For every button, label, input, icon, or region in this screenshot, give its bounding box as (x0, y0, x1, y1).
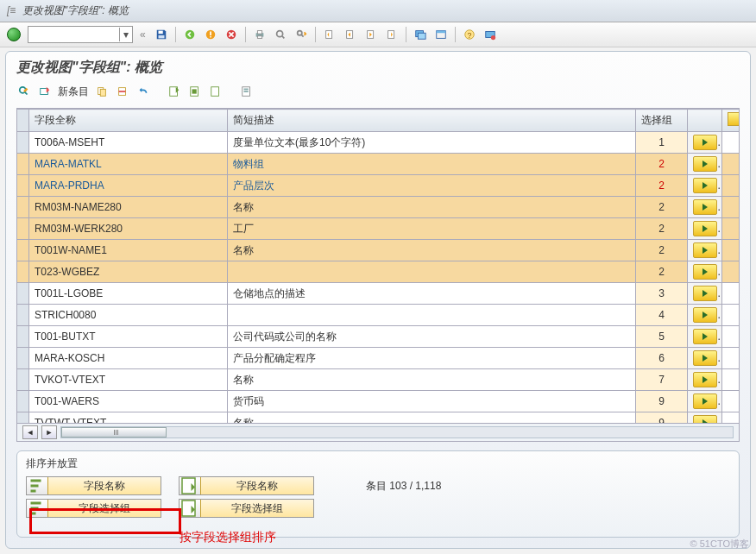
cell-detail-button[interactable] (688, 218, 722, 240)
cell-field-name[interactable]: MARA-PRDHA (29, 175, 228, 197)
cell-description[interactable] (228, 305, 636, 326)
cell-description[interactable]: 公司代码或公司的名称 (228, 326, 636, 348)
row-selector[interactable] (17, 132, 29, 154)
row-selector[interactable] (17, 218, 29, 240)
table-row[interactable]: MARA-KOSCH产品分配确定程序6 (17, 348, 740, 369)
cell-select-group[interactable]: 7 (636, 369, 688, 391)
cell-detail-button[interactable] (688, 240, 722, 261)
first-page-icon[interactable] (321, 26, 338, 43)
horizontal-scrollbar[interactable]: ◄ ► (16, 424, 740, 442)
cell-select-group[interactable]: 2 (636, 218, 688, 240)
scroll-thumb[interactable] (61, 427, 167, 438)
row-selector[interactable] (17, 412, 29, 425)
table-row[interactable]: RM03M-NAME280名称2 (17, 197, 740, 218)
scroll-track[interactable] (60, 426, 734, 438)
cell-detail-button[interactable] (688, 261, 722, 283)
find-next-icon[interactable] (293, 26, 310, 43)
cell-description[interactable]: 名称 (228, 240, 636, 261)
cell-description[interactable]: 度量单位文本(最多10个字符) (228, 132, 636, 154)
table-row[interactable]: TVKOT-VTEXT名称7 (17, 369, 740, 391)
print-icon[interactable] (251, 26, 268, 43)
cell-field-name[interactable]: T023-WGBEZ (29, 261, 228, 283)
table-row[interactable]: STRICH00804 (17, 305, 740, 326)
cell-select-group[interactable]: 2 (636, 197, 688, 218)
new-session-icon[interactable] (412, 26, 429, 43)
table-row[interactable]: TVTWT-VTEXT名称9 (17, 412, 740, 425)
field-group-table[interactable]: 字段全称 简短描述 选择组 T006A-MSEHT度量单位文本(最多10个字符)… (16, 108, 740, 424)
cell-field-name[interactable]: MARA-MATKL (29, 154, 228, 175)
row-selector[interactable] (17, 326, 29, 348)
select-block-icon[interactable] (187, 84, 203, 99)
select-all-icon[interactable] (167, 84, 182, 99)
cell-detail-button[interactable] (688, 305, 722, 326)
cell-select-group[interactable]: 9 (636, 391, 688, 412)
cell-detail-button[interactable] (688, 154, 722, 175)
customize-icon[interactable] (482, 26, 499, 43)
cancel-icon[interactable] (223, 26, 240, 43)
row-selector[interactable] (17, 391, 29, 412)
scroll-left-icon[interactable]: ◄ (22, 425, 38, 439)
cell-description[interactable]: 仓储地点的描述 (228, 283, 636, 305)
cell-select-group[interactable]: 2 (636, 154, 688, 175)
row-selector[interactable] (17, 305, 29, 326)
cell-field-name[interactable]: T001L-LGOBE (29, 283, 228, 305)
cell-field-name[interactable]: T006A-MSEHT (29, 132, 228, 154)
other-entry-icon[interactable] (37, 84, 53, 99)
cell-detail-button[interactable] (688, 283, 722, 305)
cell-select-group[interactable]: 6 (636, 348, 688, 369)
history-icon[interactable]: « (140, 28, 146, 41)
delete-icon[interactable] (115, 84, 130, 99)
table-row[interactable]: T006A-MSEHT度量单位文本(最多10个字符)1 (17, 132, 740, 154)
row-selector[interactable] (17, 348, 29, 369)
next-page-icon[interactable] (362, 26, 380, 43)
cell-detail-button[interactable] (688, 391, 722, 412)
row-selector[interactable] (17, 197, 29, 218)
table-row[interactable]: MARA-PRDHA产品层次2 (17, 175, 740, 197)
col-select-group[interactable]: 选择组 (636, 110, 688, 132)
find-icon[interactable] (272, 26, 289, 43)
cell-select-group[interactable]: 1 (636, 132, 688, 154)
new-entries-button[interactable]: 新条目 (58, 85, 89, 99)
cell-detail-button[interactable] (688, 326, 722, 348)
command-field[interactable]: ▾ (28, 26, 133, 43)
cell-select-group[interactable]: 2 (636, 240, 688, 261)
row-selector[interactable] (17, 369, 29, 391)
cell-field-name[interactable]: T001W-NAME1 (29, 240, 228, 261)
cell-detail-button[interactable] (688, 348, 722, 369)
table-row[interactable]: T001L-LGOBE仓储地点的描述3 (17, 283, 740, 305)
cell-field-name[interactable]: TVKOT-VTEXT (29, 369, 228, 391)
col-description[interactable]: 简短描述 (228, 110, 636, 132)
cell-description[interactable]: 名称 (228, 197, 636, 218)
sort-by-name-asc-button[interactable]: 字段名称 (26, 476, 161, 495)
print-entry-icon[interactable] (239, 84, 255, 99)
cell-select-group[interactable]: 9 (636, 412, 688, 425)
layout-icon[interactable] (432, 26, 450, 43)
cell-field-name[interactable]: STRICH0080 (29, 305, 228, 326)
cell-detail-button[interactable] (688, 369, 722, 391)
cell-description[interactable]: 名称 (228, 369, 636, 391)
exit-icon[interactable] (202, 26, 219, 43)
ok-indicator-icon[interactable] (7, 28, 21, 41)
position-by-name-button[interactable]: 字段名称 (179, 476, 314, 495)
back-icon[interactable] (181, 26, 198, 43)
deselect-all-icon[interactable] (208, 84, 224, 99)
row-selector[interactable] (17, 261, 29, 283)
cell-detail-button[interactable] (688, 132, 722, 154)
cell-field-name[interactable]: RM03M-WERK280 (29, 218, 228, 240)
row-selector[interactable] (17, 240, 29, 261)
position-by-group-button[interactable]: 字段选择组 (179, 499, 314, 518)
cell-description[interactable]: 产品分配确定程序 (228, 348, 636, 369)
table-row[interactable]: T001-WAERS货币码9 (17, 391, 740, 412)
cell-select-group[interactable]: 5 (636, 326, 688, 348)
cell-field-name[interactable]: T001-WAERS (29, 391, 228, 412)
prev-page-icon[interactable] (342, 26, 359, 43)
cell-description[interactable]: 物料组 (228, 154, 636, 175)
cell-select-group[interactable]: 2 (636, 175, 688, 197)
col-field-name[interactable]: 字段全称 (29, 110, 228, 132)
row-selector[interactable] (17, 283, 29, 305)
save-icon[interactable] (153, 26, 170, 43)
table-row[interactable]: T001W-NAME1名称2 (17, 240, 740, 261)
cell-description[interactable] (228, 261, 636, 283)
scroll-right-icon[interactable]: ► (41, 425, 57, 439)
cell-description[interactable]: 产品层次 (228, 175, 636, 197)
